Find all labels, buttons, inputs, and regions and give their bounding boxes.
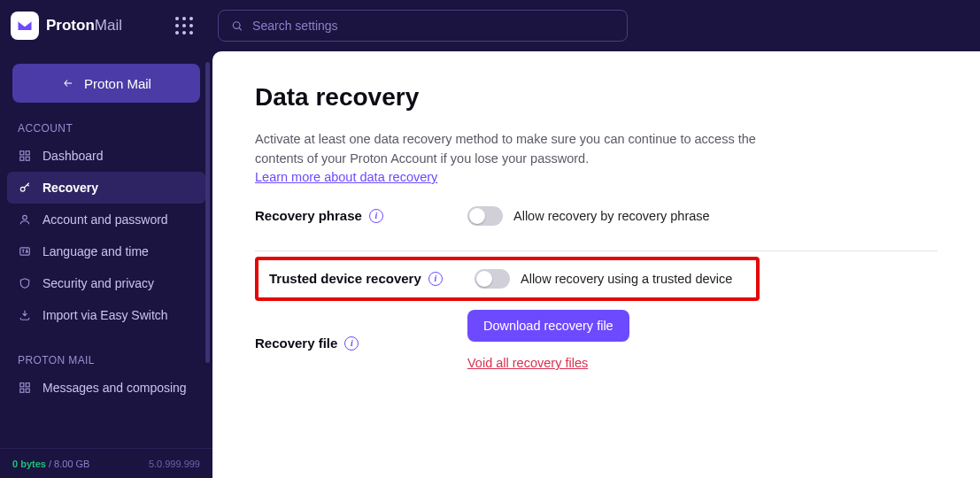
download-recovery-file-button[interactable]: Download recovery file xyxy=(467,310,629,342)
sidebar: Proton Mail ACCOUNT Dashboard Recovery xyxy=(0,51,212,478)
search-icon xyxy=(231,19,243,33)
sidebar-footer: 0 bytes / 8.00 GB 5.0.999.999 xyxy=(0,448,212,478)
grid-icon xyxy=(18,150,32,162)
sidebar-item-account-password[interactable]: Account and password xyxy=(7,204,205,235)
svg-rect-12 xyxy=(20,389,24,392)
recovery-phrase-toggle[interactable] xyxy=(467,206,503,226)
svg-rect-6 xyxy=(26,157,29,160)
user-icon xyxy=(18,213,32,226)
sidebar-item-label: Dashboard xyxy=(42,149,104,163)
sidebar-section-protonmail: PROTON MAIL xyxy=(7,347,205,372)
sidebar-item-label: Recovery xyxy=(42,181,98,195)
sidebar-item-recovery[interactable]: Recovery xyxy=(7,172,205,204)
highlight-trusted-device: Trusted device recovery i Allow recovery… xyxy=(255,257,760,301)
divider xyxy=(255,251,938,251)
info-icon[interactable]: i xyxy=(369,209,383,223)
trusted-device-toggle[interactable] xyxy=(475,269,510,289)
svg-rect-10 xyxy=(20,383,24,387)
back-button-label: Proton Mail xyxy=(84,76,151,91)
sidebar-section-account: ACCOUNT xyxy=(7,115,205,140)
main-content: Data recovery Activate at least one data… xyxy=(212,51,980,478)
download-box-icon xyxy=(18,309,32,321)
svg-line-1 xyxy=(239,27,242,30)
svg-rect-3 xyxy=(20,151,24,155)
logo-badge xyxy=(11,12,39,40)
svg-rect-4 xyxy=(26,151,29,155)
key-icon xyxy=(18,181,32,194)
mail-glyph-icon xyxy=(16,17,34,35)
svg-rect-5 xyxy=(20,157,24,160)
back-to-mail-button[interactable]: Proton Mail xyxy=(12,64,200,103)
trusted-device-toggle-label: Allow recovery using a trusted device xyxy=(521,272,732,286)
brand-logo: ProtonMail xyxy=(11,12,122,40)
storage-text: 0 bytes / 8.00 GB xyxy=(12,459,89,469)
language-icon xyxy=(18,245,32,258)
sidebar-item-import[interactable]: Import via Easy Switch xyxy=(7,299,205,331)
svg-point-0 xyxy=(233,21,240,28)
search-container[interactable] xyxy=(218,10,628,42)
sidebar-item-language-time[interactable]: Language and time xyxy=(7,235,205,267)
sidebar-item-security-privacy[interactable]: Security and privacy xyxy=(7,267,205,299)
svg-rect-9 xyxy=(20,248,30,255)
svg-rect-13 xyxy=(26,389,29,392)
svg-rect-11 xyxy=(26,383,29,387)
info-icon[interactable]: i xyxy=(344,336,359,351)
svg-point-8 xyxy=(23,215,27,220)
void-recovery-files-link[interactable]: Void all recovery files xyxy=(467,356,588,370)
sidebar-item-messages-composing[interactable]: Messages and composing xyxy=(7,372,205,404)
page-title: Data recovery xyxy=(255,83,938,112)
search-input[interactable] xyxy=(252,19,614,33)
sidebar-item-label: Import via Easy Switch xyxy=(42,308,168,322)
sidebar-item-label: Security and privacy xyxy=(42,276,154,290)
recovery-phrase-label: Recovery phrase xyxy=(255,208,362,223)
sidebar-item-label: Messages and composing xyxy=(42,381,187,395)
row-recovery-file: Recovery file i Download recovery file V… xyxy=(255,301,938,370)
grid-icon xyxy=(18,382,32,394)
learn-more-link[interactable]: Learn more about data recovery xyxy=(255,170,437,184)
app-header: ProtonMail xyxy=(0,0,980,51)
sidebar-item-dashboard[interactable]: Dashboard xyxy=(7,140,205,172)
sidebar-scrollbar[interactable] xyxy=(205,62,210,363)
row-recovery-phrase: Recovery phrase i Allow recovery by reco… xyxy=(255,185,938,245)
svg-point-7 xyxy=(20,187,25,191)
page-description: Activate at least one data recovery meth… xyxy=(255,129,804,169)
recovery-file-label: Recovery file xyxy=(255,335,337,351)
trusted-device-label: Trusted device recovery xyxy=(269,271,421,286)
info-icon[interactable]: i xyxy=(428,272,443,286)
recovery-phrase-toggle-label: Allow recovery by recovery phrase xyxy=(513,209,710,223)
sidebar-item-label: Language and time xyxy=(42,244,149,258)
shield-icon xyxy=(18,277,32,289)
apps-grid-icon[interactable] xyxy=(175,17,193,35)
brand-text: ProtonMail xyxy=(46,17,122,35)
version-text: 5.0.999.999 xyxy=(149,459,200,469)
sidebar-item-label: Account and password xyxy=(42,212,168,227)
arrow-left-icon xyxy=(61,78,75,89)
